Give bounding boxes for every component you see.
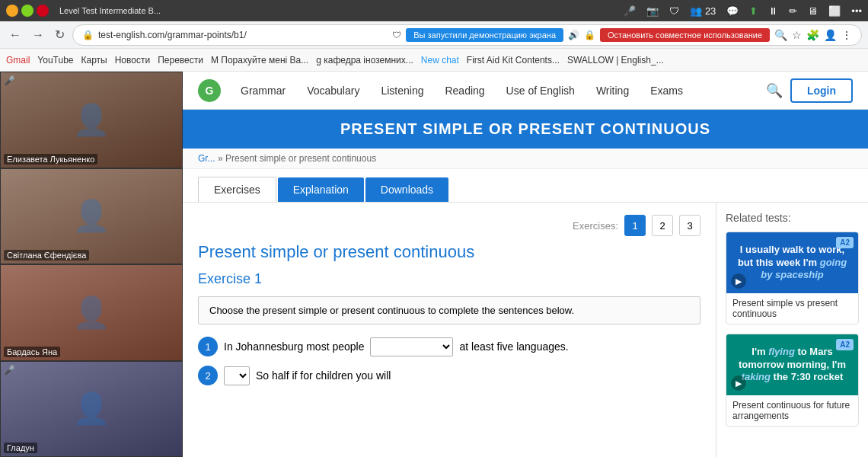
lock-icon: 🔒 — [82, 30, 94, 40]
question-text-after-1: at least five languages. — [459, 340, 568, 353]
page-btn-1[interactable]: 1 — [624, 215, 646, 236]
nav-grammar[interactable]: Grammar — [231, 78, 295, 103]
page-btn-2[interactable]: 2 — [652, 215, 673, 236]
menu-icon[interactable]: ⋮ — [841, 29, 852, 41]
profile-icon[interactable]: 👤 — [824, 29, 837, 41]
tab-explanation[interactable]: Explanation — [278, 177, 364, 202]
secure-icon: 🔒 — [584, 30, 595, 40]
video-label-4: Гладун — [4, 443, 37, 453]
camera-icon[interactable]: 📷 — [646, 5, 659, 17]
video-slot-1: 👤 🎤 Елизавета Лукьяненко — [0, 72, 183, 168]
mic-icon[interactable]: 🎤 — [624, 5, 636, 17]
bookmarks-bar: Gmail YouTube Карты Новости Перевести М … — [0, 49, 868, 72]
question-text-before-1: In Johannesburg most people — [224, 340, 364, 353]
minimize-button[interactable] — [6, 5, 18, 17]
audio-icon-1: ▶ — [731, 273, 746, 289]
related-card-1[interactable]: A2 I usually walk to work, but this week… — [726, 232, 859, 324]
exercise-main: Exercises: 1 2 3 Present simple or prese… — [183, 203, 716, 457]
instruction-text: Choose the present simple or present con… — [209, 305, 574, 316]
question-text-after-2: So half if for children you will — [256, 369, 391, 382]
nav-vocabulary[interactable]: Vocabulary — [298, 78, 369, 103]
close-button[interactable] — [37, 5, 49, 17]
exercise-number: Exercise 1 — [198, 271, 700, 287]
speaker-icon: 🔊 — [568, 30, 579, 40]
forward-button[interactable]: → — [29, 27, 47, 43]
related-card-label-1: Present simple vs present continuous — [726, 293, 858, 324]
exercise-sidebar: Related tests: A2 I usually walk to work… — [716, 203, 868, 457]
remote-icon[interactable]: 🖥 — [808, 5, 818, 17]
page-btn-3[interactable]: 3 — [679, 215, 700, 236]
demo-notice: Вы запустили демонстрацию экрана — [406, 28, 563, 42]
address-bar: ← → ↻ 🔒 test-english.com/grammar-points/… — [0, 21, 868, 49]
comment-icon[interactable]: ✏ — [789, 5, 797, 17]
hero-banner: PRESENT SIMPLE OR PRESENT CONTINUOUS — [183, 110, 868, 149]
share-icon[interactable]: ⬆ — [749, 5, 758, 17]
nav-reading[interactable]: Reading — [436, 78, 493, 103]
exercise-title: Present simple or present continuous — [198, 242, 700, 262]
star-icon[interactable]: ☆ — [792, 29, 802, 41]
card-img-text-1: I usually walk to work, but this week I'… — [732, 244, 852, 283]
hero-title: PRESENT SIMPLE OR PRESENT CONTINUOUS — [340, 120, 710, 137]
nav-exams[interactable]: Exams — [641, 78, 692, 103]
stop-sharing-button[interactable]: Остановить совместное использование — [600, 28, 770, 42]
nav-listening[interactable]: Listening — [372, 78, 432, 103]
video-slot-3: 👤 Бардась Яна — [0, 264, 183, 361]
content-panel: G Grammar Vocabulary Listening Reading U… — [183, 72, 868, 457]
bookmark-translate[interactable]: Перевести — [158, 55, 203, 66]
card-img-text-2: I'm flying to Mars tomorrow morning, I'm… — [732, 346, 852, 385]
question-select-2[interactable] — [224, 366, 250, 385]
breadcrumb-current: Present simple or present continuous — [225, 153, 376, 164]
audio-icon-2: ▶ — [731, 376, 746, 391]
search-button[interactable]: 🔍 — [761, 78, 787, 104]
more-icon[interactable]: ••• — [851, 5, 862, 17]
breadcrumb-home[interactable]: Gr... — [198, 153, 215, 164]
bookmark-swallow[interactable]: SWALLOW | English_... — [567, 55, 664, 66]
breadcrumb: Gr... » Present simple or present contin… — [183, 149, 868, 169]
system-tab: Level Test Intermediate B... — [59, 6, 161, 15]
question-row-1: 1 In Johannesburg most people speak are … — [198, 337, 700, 356]
participants-icon[interactable]: 👥 23 — [690, 5, 716, 17]
bookmark-m[interactable]: М Порахуйте мені Ва... — [211, 55, 308, 66]
question-number-1: 1 — [198, 337, 218, 356]
bookmark-youtube[interactable]: YouTube — [37, 55, 73, 66]
bookmark-gmail[interactable]: Gmail — [6, 55, 30, 66]
login-button[interactable]: Login — [790, 78, 853, 103]
related-card-label-2: Present continuous for future arrangemen… — [726, 395, 858, 426]
bookmark-firstaid[interactable]: First Aid Kit Contents... — [467, 55, 560, 66]
bookmark-maps[interactable]: Карты — [81, 55, 107, 66]
exercises-label-text: Exercises: — [573, 220, 618, 232]
video-slot-2: 👤 Світлана Єфендієва — [0, 168, 183, 265]
badge-1: A2 — [836, 237, 854, 248]
main-layout: 👤 🎤 Елизавета Лукьяненко 👤 Світлана Єфен… — [0, 72, 868, 457]
bookmark-news[interactable]: Новости — [115, 55, 150, 66]
question-number-2: 2 — [198, 366, 218, 385]
bookmark-kafedra[interactable]: g кафедра іноземних... — [316, 55, 413, 66]
question-select-1[interactable]: speak are speaking — [370, 337, 453, 356]
related-card-2[interactable]: A2 I'm flying to Mars tomorrow morning, … — [726, 334, 859, 427]
question-row-2: 2 So half if for children you will — [198, 366, 700, 385]
url-bar[interactable]: 🔒 test-english.com/grammar-points/b1/ 🛡 … — [72, 24, 862, 46]
nav-use-of-english[interactable]: Use of English — [497, 78, 584, 103]
tab-exercises[interactable]: Exercises — [198, 177, 276, 202]
security-icon[interactable]: 🛡 — [669, 5, 679, 17]
extension-icon[interactable]: 🧩 — [806, 29, 819, 41]
mic-muted-icon-1: 🎤 — [4, 75, 15, 86]
tab-downloads[interactable]: Downloads — [365, 177, 448, 202]
url-text: test-english.com/grammar-points/b1/ — [98, 30, 388, 40]
exercise-content: Exercises: 1 2 3 Present simple or prese… — [183, 203, 868, 457]
video-label-2: Світлана Єфендієва — [4, 250, 89, 260]
apps-icon[interactable]: ⬜ — [828, 5, 841, 17]
nav-writing[interactable]: Writing — [587, 78, 638, 103]
system-bar: Level Test Intermediate B... 🎤 📷 🛡 👥 23 … — [0, 0, 868, 21]
back-button[interactable]: ← — [6, 27, 24, 43]
site-logo: G — [198, 79, 221, 102]
bookmark-newchat[interactable]: New chat — [421, 55, 459, 66]
refresh-button[interactable]: ↻ — [52, 26, 68, 43]
maximize-button[interactable] — [21, 5, 34, 17]
pause-icon[interactable]: ⏸ — [768, 5, 778, 17]
video-label-1: Елизавета Лукьяненко — [4, 154, 97, 165]
chat-icon[interactable]: 💬 — [726, 5, 739, 17]
exercises-pagination: Exercises: 1 2 3 — [198, 215, 700, 236]
badge-2: A2 — [836, 339, 854, 350]
video-slot-4: 👤 🎤 Гладун — [0, 361, 183, 458]
